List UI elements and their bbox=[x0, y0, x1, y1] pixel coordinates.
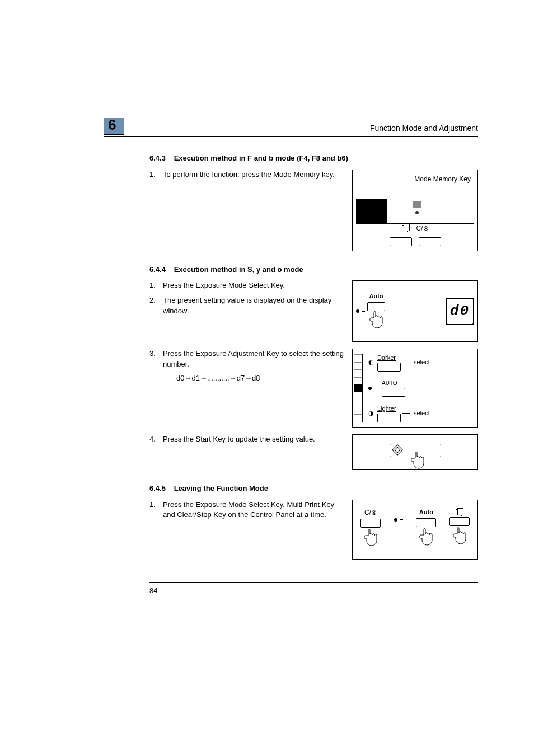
auto-key bbox=[382, 388, 405, 397]
callout-mode-memory-key: Mode Memory Key bbox=[356, 175, 474, 184]
section-heading-644: 6.4.4 Execution method in S, y and o mod… bbox=[149, 265, 478, 275]
exposure-scale-icon bbox=[354, 354, 363, 422]
copies-icon bbox=[402, 224, 410, 232]
exposure-mode-key bbox=[416, 518, 436, 527]
page-footer-rule: 84 bbox=[149, 582, 478, 597]
step-644-2: 2. The present setting value is displaye… bbox=[149, 295, 344, 317]
copies-icon bbox=[456, 508, 463, 516]
step-text: The present setting value is displayed o… bbox=[163, 295, 344, 317]
auto-label-small: AUTO bbox=[382, 379, 405, 388]
auto-label: Auto bbox=[419, 508, 433, 517]
auto-label: Auto bbox=[369, 292, 383, 301]
darker-symbol-icon: ◐ bbox=[368, 358, 374, 367]
figure-auto-display: Auto d0 bbox=[352, 280, 478, 342]
lighter-symbol-icon: ◑ bbox=[368, 409, 374, 418]
led-dot-icon bbox=[394, 518, 397, 522]
lighter-label: Lighter bbox=[377, 405, 401, 414]
section-number: 6.4.3 bbox=[149, 153, 172, 164]
step-644-1: 1. Press the Exposure Mode Select Key. bbox=[149, 280, 344, 291]
section-title: Execution method in F and b mode (F4, F8… bbox=[174, 154, 348, 162]
figure-mode-memory: Mode Memory Key C/⊗ bbox=[352, 170, 478, 251]
lighter-key bbox=[377, 414, 401, 422]
step-643-1: 1. To perform the function, press the Mo… bbox=[149, 170, 344, 180]
running-title: Function Mode and Adjustment bbox=[370, 124, 478, 135]
panel-icon bbox=[412, 200, 422, 208]
clear-stop-key bbox=[360, 519, 381, 528]
display-window: d0 bbox=[446, 298, 474, 326]
press-finger-icon bbox=[367, 311, 385, 330]
section-heading-645: 6.4.5 Leaving the Function Mode bbox=[149, 483, 478, 494]
step-644-3: 3. Press the Exposure Adjustment Key to … bbox=[149, 349, 344, 384]
select-label: select bbox=[414, 409, 430, 418]
clear-stop-label: C/⊗ bbox=[364, 508, 377, 518]
step-number: 3. bbox=[149, 349, 163, 384]
chapter-number: 6 bbox=[104, 118, 124, 135]
led-dot-icon bbox=[356, 309, 359, 313]
press-finger-icon bbox=[417, 528, 435, 547]
step-number: 1. bbox=[149, 500, 163, 521]
press-finger-icon bbox=[409, 452, 427, 471]
step-text: Press the Exposure Mode Select Key, Mult… bbox=[163, 500, 344, 521]
step-text: Press the Start Key to update the settin… bbox=[163, 434, 344, 445]
exposure-mode-key bbox=[367, 302, 385, 311]
step-number: 4. bbox=[149, 434, 163, 445]
sequence-text: d0→d1→...........→d7→d8 bbox=[176, 373, 344, 384]
section-heading-643: 6.4.3 Execution method in F and b mode (… bbox=[149, 153, 478, 164]
step-text: To perform the function, press the Mode … bbox=[163, 170, 344, 180]
step-number: 1. bbox=[149, 170, 163, 180]
step-645-1: 1. Press the Exposure Mode Select Key, M… bbox=[149, 500, 344, 521]
press-finger-icon bbox=[451, 527, 469, 546]
figure-leave-mode: C/⊗ Auto bbox=[352, 500, 478, 560]
figure-exposure-adjust: ◐ Darker select AUTO bbox=[352, 349, 478, 427]
clear-stop-key bbox=[419, 237, 441, 246]
multi-print-key bbox=[390, 237, 412, 246]
step-number: 1. bbox=[149, 280, 163, 291]
clear-stop-label: C/⊗ bbox=[416, 224, 429, 233]
led-dot-icon bbox=[368, 387, 372, 390]
step-text: Press the Exposure Mode Select Key. bbox=[163, 280, 344, 291]
select-label: select bbox=[414, 358, 430, 367]
multi-print-key bbox=[449, 517, 470, 526]
page-header: 6 Function Mode and Adjustment bbox=[104, 118, 478, 137]
darker-key bbox=[377, 363, 401, 372]
section-title: Execution method in S, y and o mode bbox=[174, 265, 303, 274]
section-number: 6.4.4 bbox=[149, 265, 172, 275]
figure-start-key bbox=[352, 434, 478, 470]
start-diamond-icon bbox=[392, 444, 403, 456]
page-number: 84 bbox=[149, 586, 157, 595]
press-finger-icon bbox=[362, 529, 380, 548]
section-number: 6.4.5 bbox=[149, 483, 172, 494]
section-title: Leaving the Function Mode bbox=[174, 484, 268, 492]
step-644-4: 4. Press the Start Key to update the set… bbox=[149, 434, 344, 445]
led-dot-icon bbox=[415, 211, 419, 214]
step-text: Press the Exposure Adjustment Key to sel… bbox=[163, 349, 344, 370]
darker-label: Darker bbox=[377, 354, 401, 363]
step-number: 2. bbox=[149, 295, 163, 317]
